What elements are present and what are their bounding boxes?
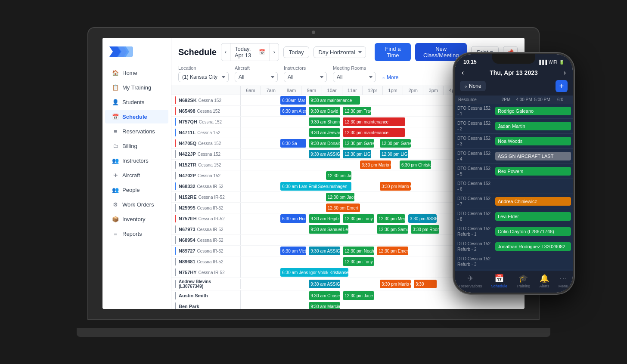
phone-event[interactable]: Rex Powers (495, 167, 571, 176)
event-block[interactable]: 12:30 pm LIGHT (380, 150, 408, 158)
location-select[interactable]: (1) Kansas City (178, 72, 229, 82)
event-block[interactable]: 12:30 pm Jace S (326, 193, 354, 201)
event-block[interactable]: 6:30am Mar (280, 96, 306, 105)
event-block[interactable]: 9:30 am Donald (309, 139, 340, 148)
sidebar-item-reservations[interactable]: ≡ Reservations (105, 124, 168, 138)
sidebar-item-home[interactable]: 🏠 Home (105, 66, 168, 80)
sidebar-item-schedule[interactable]: 📅 Schedule (105, 110, 168, 123)
event-block[interactable]: 12:30 pm Samu (377, 225, 408, 234)
sidebar-item-students[interactable]: 👤 Students (105, 95, 168, 109)
sidebar-item-reports[interactable]: ≡ Reports (105, 227, 168, 241)
event-block[interactable]: 6:30 am Alexan (280, 107, 306, 115)
phone-event[interactable]: Jonathan Rodriguez L32029082 (495, 242, 571, 251)
phone-add-button[interactable]: + (556, 80, 568, 92)
phone-event[interactable]: Colin Clayton (L28671748) (495, 227, 571, 236)
table-row: Ben Park 9:30 am Marcial (171, 301, 525, 309)
meeting-rooms-select[interactable]: All (333, 72, 376, 82)
event-block[interactable]: 12:30 pm Emeri (377, 247, 408, 255)
row-label-N152RE: N152RE Cessna IR-52 (171, 192, 240, 202)
sidebar-item-inventory[interactable]: 📦 Inventory (105, 212, 168, 226)
event-block[interactable]: 6:30 pm Christo (400, 160, 431, 169)
event-block[interactable]: 12:30 pm Emeri (326, 204, 360, 212)
event-block[interactable]: 12:30 pm Travis (343, 107, 371, 115)
event-block[interactable]: 12:30 pm Garrel (343, 139, 374, 148)
phone-nav-schedule[interactable]: 📅 Schedule (491, 274, 507, 288)
phone-event[interactable]: Levi Elder (495, 212, 571, 221)
event-block[interactable]: 12:30 pm Tony I (343, 257, 374, 266)
today-button[interactable]: Today (283, 46, 310, 58)
time-3pm: 3pm (423, 86, 443, 95)
prev-date-button[interactable]: ‹ (221, 47, 230, 57)
row-indicator (175, 280, 176, 288)
event-block[interactable]: 12:30 pm Jace S (343, 291, 374, 300)
row-label-N4702P: N4702P Cessna 152 (171, 170, 240, 181)
phone-nav-menu[interactable]: ⋯ Menu (559, 274, 568, 288)
phone-filter-label: None (469, 83, 481, 89)
phone-event[interactable]: Noa Woods (495, 137, 571, 145)
training-nav-icon: 🎓 (518, 274, 528, 283)
event-block[interactable]: 3:30 pm ASSIGN (408, 214, 437, 223)
phone-resource: DTO Cessna 152 - 3 (455, 134, 494, 148)
event-block[interactable]: 12:30 pm LIGHT (343, 150, 371, 158)
event-block[interactable]: 12:30 pm Tony I (343, 214, 374, 223)
event-block[interactable]: 6:30 am Victor C (280, 247, 306, 255)
view-select[interactable]: Day Horizontal (314, 46, 366, 58)
next-date-button[interactable]: › (270, 47, 279, 57)
row-label-N89727: N89727 Cessna IR-52 (171, 246, 240, 256)
phone-event[interactable]: ASSIGN AIRCRAFT LAST (495, 152, 571, 160)
sidebar-item-aircraft[interactable]: ✈ Aircraft (105, 168, 168, 182)
event-block[interactable]: 3:30 pm Rodrigc (411, 225, 439, 234)
sidebar-label-people: People (122, 187, 140, 193)
event-block[interactable]: 9:30 am ASSIGN (309, 280, 340, 288)
event-block[interactable]: 12:30 pm maintenance (343, 117, 405, 126)
event-block[interactable]: 12:30 pm Jace S (326, 171, 351, 180)
list-item: DTO Cessna 152 Refurb - 3 (455, 254, 573, 269)
event-block[interactable]: 6:30 Sa (280, 139, 306, 148)
event-block[interactable]: 12:30 pm maintenance (343, 128, 405, 137)
event-block[interactable]: 9:30 am Regitze (309, 214, 340, 223)
sidebar-item-instructors[interactable]: 👥 Instructors (105, 154, 168, 167)
aircraft-select[interactable]: All (235, 72, 278, 82)
sidebar-item-people[interactable]: 👥 People (105, 183, 168, 197)
event-block[interactable]: 9:30 am maintenance (309, 96, 360, 105)
calendar-icon[interactable]: 📅 (259, 49, 265, 55)
event-block[interactable]: 12:30 pm Noah (343, 247, 374, 255)
row-events-ben-park[interactable]: 9:30 am Marcial (240, 301, 525, 309)
event-block[interactable]: 9:30 am Jeevan (309, 128, 340, 137)
find-time-button[interactable]: Find a Time (375, 43, 411, 61)
event-block[interactable]: 6:30 am Jens Igor Volok Kristiansen (280, 268, 348, 277)
event-block[interactable]: 9:30 am Chase I (309, 291, 340, 300)
event-block[interactable]: 12:30 pm Garrel (380, 139, 411, 148)
row-label-ben-park: Ben Park (171, 301, 240, 309)
time-10am: 10ar (322, 86, 342, 95)
phone-next-btn[interactable]: › (562, 69, 568, 77)
event-block[interactable]: 9:30 am ASSIGN (309, 247, 340, 255)
phone-nav-alerts[interactable]: 🔔 Alerts (540, 274, 549, 288)
event-block[interactable]: 9:30 am Marcial (309, 302, 340, 309)
event-block[interactable]: 6:30 am Lars Emil Soerumshagen (280, 182, 351, 191)
event-block[interactable]: 6:30 am Hunter (280, 214, 306, 223)
event-block[interactable]: 12:30 pm Mega (377, 214, 405, 223)
phone-event[interactable]: Rodrigo Galeano (495, 107, 571, 115)
phone-nav-training[interactable]: 🎓 Training (516, 274, 530, 288)
event-block[interactable]: 3:30 pm Mario C (360, 160, 391, 169)
sidebar-item-my-training[interactable]: 📋 My Training (105, 80, 168, 94)
sidebar-item-billing[interactable]: 🗂 Billing (105, 139, 168, 153)
row-label-N757QH: N757QH Cessna 152 (171, 117, 240, 127)
phone-event[interactable]: Andrea Chiniewicz (495, 197, 571, 206)
event-block[interactable]: 9:30 am Samuel Levander L33515S (309, 225, 348, 234)
row-indicator (175, 258, 176, 265)
phone-prev-btn[interactable]: ‹ (460, 69, 466, 77)
event-block[interactable]: 9:30 am ASSIGN (309, 150, 340, 158)
event-block[interactable]: 9:30 am Shannc (309, 117, 340, 126)
event-block[interactable]: 9:30 am David E (309, 107, 340, 115)
event-block[interactable]: 3:30 (414, 280, 437, 288)
phone-nav-reservations[interactable]: ✈ Reservations (459, 274, 482, 288)
sidebar-item-work-orders[interactable]: ⚙ Work Orders (105, 197, 168, 211)
event-block[interactable]: 3:30 pm Mario C (380, 280, 411, 288)
event-block[interactable]: 3:30 pm Mario C (380, 182, 411, 191)
phone-event[interactable]: Jadan Martin (495, 122, 571, 130)
phone-filter-button[interactable]: ⬦ None (460, 81, 486, 91)
more-filters-button[interactable]: ⬦ More (382, 73, 398, 82)
instructors-select[interactable]: All (284, 72, 327, 82)
